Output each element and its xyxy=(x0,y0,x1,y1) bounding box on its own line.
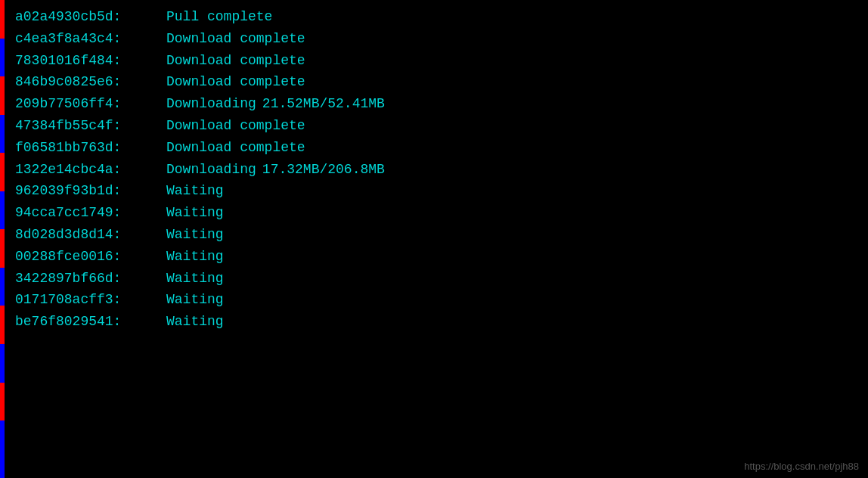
line-status: Download complete xyxy=(166,115,305,137)
terminal-line: 00288fce0016: Waiting xyxy=(15,246,859,268)
terminal-window: a02a4930cb5d: Pull completec4ea3f8a43c4:… xyxy=(0,0,868,478)
terminal-line: 94cca7cc1749: Waiting xyxy=(15,202,859,224)
terminal-line: f06581bb763d: Download complete xyxy=(15,137,859,159)
line-size-info: 17.32MB/206.8MB xyxy=(262,159,385,181)
terminal-line: 1322e14cbc4a: Downloading 17.32MB/206.8M… xyxy=(15,159,859,181)
line-status: Download complete xyxy=(166,28,305,50)
terminal-line: 78301016f484: Download complete xyxy=(15,50,859,72)
line-hash: 47384fb55c4f: xyxy=(15,115,166,137)
line-hash: c4ea3f8a43c4: xyxy=(15,28,166,50)
line-hash: 0171708acff3: xyxy=(15,289,166,311)
line-status: Download complete xyxy=(166,71,305,93)
line-hash: 8d028d3d8d14: xyxy=(15,224,166,246)
line-hash: f06581bb763d: xyxy=(15,137,166,159)
line-status: Waiting xyxy=(166,246,224,268)
line-status: Waiting xyxy=(166,202,224,224)
terminal-line: 846b9c0825e6: Download complete xyxy=(15,71,859,93)
watermark: https://blog.csdn.net/pjh88 xyxy=(744,461,859,472)
line-hash: 962039f93b1d: xyxy=(15,180,166,202)
line-hash: a02a4930cb5d: xyxy=(15,6,166,28)
terminal-line: 3422897bf66d: Waiting xyxy=(15,268,859,290)
line-status: Downloading xyxy=(166,93,256,115)
line-size-info: 21.52MB/52.41MB xyxy=(262,93,385,115)
line-status: Waiting xyxy=(166,268,224,290)
left-color-bar xyxy=(0,0,5,478)
line-hash: 846b9c0825e6: xyxy=(15,71,166,93)
terminal-line: 962039f93b1d: Waiting xyxy=(15,180,859,202)
terminal-line: be76f8029541: Waiting xyxy=(15,311,859,333)
terminal-line: 8d028d3d8d14: Waiting xyxy=(15,224,859,246)
line-hash: 3422897bf66d: xyxy=(15,268,166,290)
line-hash: 78301016f484: xyxy=(15,50,166,72)
line-status: Download complete xyxy=(166,50,305,72)
line-status: Waiting xyxy=(166,311,224,333)
line-status: Waiting xyxy=(166,289,224,311)
line-hash: 1322e14cbc4a: xyxy=(15,159,166,181)
line-status: Waiting xyxy=(166,180,224,202)
terminal-line: c4ea3f8a43c4: Download complete xyxy=(15,28,859,50)
terminal-line: 0171708acff3: Waiting xyxy=(15,289,859,311)
terminal-line: 209b77506ff4: Downloading 21.52MB/52.41M… xyxy=(15,93,859,115)
line-status: Downloading xyxy=(166,159,256,181)
line-hash: 94cca7cc1749: xyxy=(15,202,166,224)
terminal-line: 47384fb55c4f: Download complete xyxy=(15,115,859,137)
line-status: Download complete xyxy=(166,137,305,159)
line-hash: 00288fce0016: xyxy=(15,246,166,268)
line-hash: 209b77506ff4: xyxy=(15,93,166,115)
terminal-line: a02a4930cb5d: Pull complete xyxy=(15,6,859,28)
line-hash: be76f8029541: xyxy=(15,311,166,333)
line-status: Pull complete xyxy=(166,6,272,28)
line-status: Waiting xyxy=(166,224,224,246)
